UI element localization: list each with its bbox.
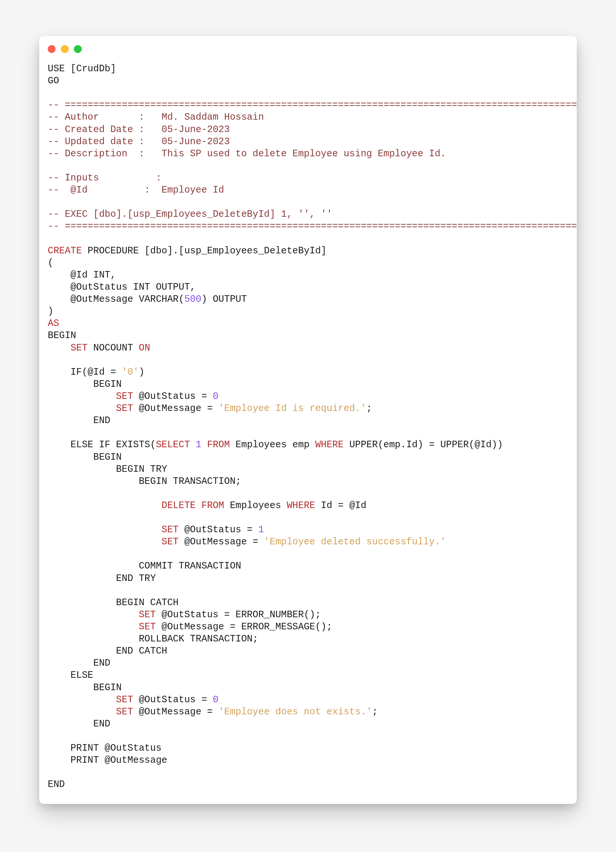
- code-token: SET: [116, 707, 133, 717]
- code-token: IF(@Id =: [48, 367, 122, 378]
- code-token: BEGIN TRY: [48, 464, 167, 475]
- code-token: 0: [213, 391, 218, 402]
- code-token: END: [48, 779, 65, 790]
- code-token: @Id INT,: [48, 270, 116, 281]
- code-token: END TRY: [48, 573, 156, 584]
- code-token: 'Employee does not exists.': [218, 707, 372, 717]
- code-token: PROCEDURE [dbo].[usp_Employees_DeleteByI…: [82, 246, 326, 256]
- code-token: ROLLBACK TRANSACTION;: [48, 634, 258, 644]
- code-token: ): [139, 367, 144, 378]
- code-token: 500: [184, 294, 201, 305]
- code-token: SET: [139, 609, 156, 620]
- code-token: ;: [372, 707, 377, 717]
- code-token: AS: [48, 318, 59, 329]
- code-token: [48, 609, 139, 620]
- code-token: [48, 500, 162, 511]
- code-token: -- Author : Md. Saddam Hossain: [48, 112, 264, 122]
- code-token: -- Description : This SP used to delete …: [48, 148, 446, 159]
- code-token: @OutStatus = ERROR_NUMBER();: [156, 609, 321, 620]
- code-token: -- =====================================…: [48, 100, 577, 110]
- code-token: SET: [139, 621, 156, 632]
- code-token: 'Employee deleted successfully.': [264, 536, 446, 547]
- code-token: WHERE: [315, 440, 344, 450]
- code-token: FROM: [201, 500, 224, 511]
- code-token: BEGIN: [48, 330, 76, 341]
- code-token: SET: [116, 403, 133, 414]
- code-token: @OutMessage =: [133, 707, 218, 717]
- code-window: USE [CrudDb] GO -- =====================…: [39, 36, 577, 804]
- code-token: -- =====================================…: [48, 221, 577, 232]
- code-token: Id = @Id: [315, 500, 367, 511]
- code-token: @OutMessage =: [133, 403, 218, 414]
- code-token: Employees: [224, 500, 287, 511]
- code-token: [190, 440, 196, 450]
- code-token: BEGIN TRANSACTION;: [48, 476, 241, 487]
- code-token: [48, 343, 71, 353]
- code-token: PRINT @OutMessage: [48, 755, 167, 766]
- code-token: (: [48, 258, 53, 269]
- code-token: SET: [162, 524, 178, 535]
- code-token: @OutStatus INT OUTPUT,: [48, 282, 196, 293]
- code-token: SET: [71, 343, 88, 353]
- code-token: [48, 536, 162, 547]
- code-token: ELSE: [48, 670, 93, 681]
- code-token: NOCOUNT: [88, 343, 139, 353]
- code-token: SET: [116, 695, 133, 705]
- code-token: 0: [213, 695, 218, 705]
- code-token: WHERE: [287, 500, 315, 511]
- code-token: Employees emp: [230, 440, 315, 450]
- code-token: [48, 391, 116, 402]
- code-token: BEGIN: [48, 452, 122, 462]
- code-token: 1: [196, 440, 201, 450]
- window-titlebar: [39, 45, 577, 63]
- page: USE [CrudDb] GO -- =====================…: [0, 0, 616, 852]
- code-token: [48, 524, 162, 535]
- code-token: @OutStatus =: [133, 695, 213, 705]
- code-token: -- @Id : Employee Id: [48, 185, 224, 195]
- code-token: @OutMessage = ERROR_MESSAGE();: [156, 621, 332, 632]
- code-token: @OutMessage VARCHAR(: [48, 294, 184, 305]
- code-token: -- Updated date : 05-June-2023: [48, 136, 230, 147]
- code-token: DELETE: [162, 500, 196, 511]
- code-token: ON: [139, 343, 150, 353]
- code-token: SET: [116, 391, 133, 402]
- code-token: ELSE IF EXISTS(: [48, 440, 156, 450]
- code-token: 1: [258, 524, 264, 535]
- code-token: SELECT: [156, 440, 190, 450]
- code-token: [196, 500, 201, 511]
- code-token: BEGIN: [48, 682, 122, 693]
- code-token: FROM: [207, 440, 230, 450]
- code-token: 'Employee Id is required.': [218, 403, 366, 414]
- code-token: SET: [162, 536, 178, 547]
- code-token: END: [48, 658, 110, 669]
- code-token: USE [CrudDb]: [48, 63, 116, 74]
- code-token: -- Inputs :: [48, 173, 162, 183]
- code-token: COMMIT TRANSACTION: [48, 561, 241, 571]
- code-token: ): [48, 306, 53, 317]
- close-icon[interactable]: [48, 45, 56, 53]
- code-token: -- Created Date : 05-June-2023: [48, 124, 230, 135]
- code-token: @OutMessage =: [178, 536, 264, 547]
- code-token: GO: [48, 76, 59, 86]
- minimize-icon[interactable]: [61, 45, 69, 53]
- code-token: END: [48, 415, 110, 426]
- code-token: @OutStatus =: [133, 391, 213, 402]
- code-token: END CATCH: [48, 646, 167, 657]
- zoom-icon[interactable]: [74, 45, 82, 53]
- code-token: [48, 621, 139, 632]
- code-token: BEGIN: [48, 379, 122, 390]
- code-token: PRINT @OutStatus: [48, 743, 162, 754]
- code-token: [201, 440, 207, 450]
- code-token: [48, 403, 116, 414]
- code-token: [48, 707, 116, 717]
- code-token: [48, 695, 116, 705]
- code-token: -- EXEC [dbo].[usp_Employees_DeleteById]…: [48, 209, 332, 220]
- code-token: ;: [367, 403, 372, 414]
- code-token: BEGIN CATCH: [48, 597, 178, 608]
- code-token: CREATE: [48, 246, 82, 256]
- code-block: USE [CrudDb] GO -- =====================…: [39, 63, 577, 791]
- code-token: @OutStatus =: [178, 524, 258, 535]
- code-token: ) OUTPUT: [201, 294, 247, 305]
- code-token: UPPER(emp.Id) = UPPER(@Id)): [344, 440, 503, 450]
- code-token: '0': [122, 367, 139, 378]
